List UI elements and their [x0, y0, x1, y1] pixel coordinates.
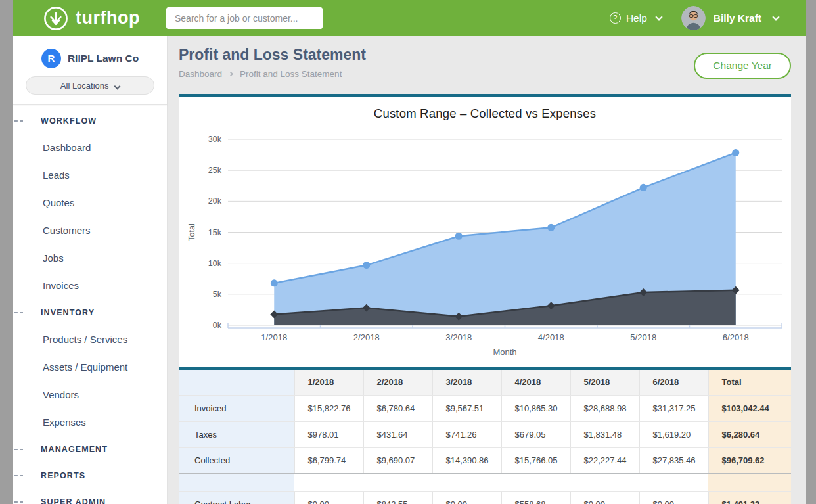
sidebar-section-workflow[interactable]: WORKFLOW [13, 108, 167, 134]
table-cell: $0.00 [432, 491, 501, 504]
column-header: 1/2018 [294, 370, 363, 395]
column-header: 4/2018 [501, 370, 570, 395]
help-label: Help [626, 12, 647, 24]
svg-text:Total: Total [187, 223, 196, 241]
column-header: 2/2018 [363, 370, 432, 395]
right-gutter [806, 0, 816, 504]
table-cell: $741.26 [432, 421, 501, 447]
sidebar-item-expenses[interactable]: Expenses [13, 409, 167, 436]
sidebar-item-customers[interactable]: Customers [13, 217, 167, 244]
sidebar-section-management[interactable]: MANAGEMENT [13, 436, 167, 463]
topbar-right-group: ? Help [610, 6, 779, 30]
table-cell: $431.64 [363, 421, 432, 447]
brand-name: turfhop [76, 8, 140, 28]
svg-text:6/2018: 6/2018 [723, 332, 749, 342]
sidebar-item-quotes[interactable]: Quotes [13, 189, 167, 217]
user-menu[interactable]: Billy Kraft [681, 6, 779, 30]
dashes-icon [14, 475, 23, 476]
table-cell: $9,690.07 [363, 447, 432, 474]
dashes-icon [14, 449, 23, 450]
table-cell [179, 474, 294, 491]
sidebar-item-products-services[interactable]: Products / Services [13, 326, 167, 354]
svg-text:15k: 15k [208, 228, 222, 237]
sidebar-item-leads[interactable]: Leads [13, 162, 167, 189]
svg-text:Month: Month [493, 347, 516, 357]
row-label: Taxes [179, 421, 294, 447]
table-cell: $27,835.46 [639, 447, 708, 474]
row-total-cell: $103,042.44 [708, 395, 791, 421]
dashes-icon [14, 120, 23, 122]
main-content: Profit and Loss Statement Dashboard Prof… [168, 36, 806, 504]
locations-label: All Locations [60, 81, 109, 91]
table-row-collected: Collected$6,799.74$9,690.07$14,390.86$15… [179, 447, 791, 474]
table-cell: $1,831.48 [570, 421, 639, 447]
sidebar-item-assets-equipment[interactable]: Assets / Equipment [13, 354, 167, 381]
column-header: 3/2018 [432, 370, 501, 395]
table-cell: $6,780.64 [363, 395, 432, 421]
locations-dropdown[interactable]: All Locations [26, 76, 154, 95]
sidebar-item-jobs[interactable]: Jobs [13, 244, 167, 272]
chevron-right-icon [229, 71, 233, 76]
sidebar-nav: WORKFLOWDashboardLeadsQuotesCustomersJob… [13, 105, 167, 504]
help-menu[interactable]: ? Help [610, 12, 662, 24]
table-cell: $14,390.86 [432, 447, 501, 474]
dashes-icon [14, 501, 23, 503]
avatar [681, 6, 706, 30]
svg-text:2/2018: 2/2018 [353, 332, 380, 342]
table-cell [294, 474, 708, 491]
help-icon: ? [610, 12, 621, 24]
dashes-icon [14, 312, 23, 313]
row-total-cell: $96,709.62 [708, 447, 791, 474]
svg-text:5/2018: 5/2018 [630, 332, 656, 342]
table-row-taxes: Taxes$978.01$431.64$741.26$679.05$1,831.… [179, 421, 791, 447]
svg-text:0k: 0k [213, 321, 222, 330]
pl-table-head-row: 1/20182/20183/20184/20185/20186/2018Tota… [179, 370, 791, 395]
left-gutter [0, 0, 13, 504]
sidebar-section-inventory[interactable]: INVENTORY [13, 300, 167, 326]
svg-text:30k: 30k [208, 135, 222, 144]
sidebar-item-vendors[interactable]: Vendors [13, 381, 167, 409]
brand-logo[interactable]: turfhop [43, 5, 140, 32]
svg-text:1/2018: 1/2018 [261, 332, 287, 342]
search-input[interactable] [166, 7, 323, 29]
company-row: R RIIPL Lawn Co [13, 36, 167, 70]
svg-text:3/2018: 3/2018 [445, 332, 472, 342]
row-label: Contract Labor [179, 491, 294, 504]
table-cell: $978.01 [294, 421, 363, 447]
page-title: Profit and Loss Statement [179, 46, 366, 64]
table-cell: $0.00 [570, 491, 639, 504]
row-label: Collected [179, 447, 294, 474]
table-row-invoiced: Invoiced$15,822.76$6,780.64$9,567.51$10,… [179, 395, 791, 421]
table-cell: $10,865.30 [501, 395, 570, 421]
table-row-contract-labor: Contract Labor$0.00$842.55$0.00$558.68$0… [179, 491, 791, 504]
page-header: Profit and Loss Statement Dashboard Prof… [179, 36, 791, 94]
pl-chart-svg: 0k5k10k15k20k25k30k1/20182/20183/20184/2… [179, 126, 789, 357]
column-header: 5/2018 [570, 370, 639, 395]
sidebar-section-reports[interactable]: REPORTS [13, 463, 167, 489]
chevron-down-icon [772, 13, 779, 20]
svg-text:4/2018: 4/2018 [538, 332, 564, 342]
change-year-button[interactable]: Change Year [694, 53, 791, 79]
turfhop-grass-icon [43, 5, 69, 32]
table-cell: $22,227.44 [570, 447, 639, 474]
sidebar-item-invoices[interactable]: Invoices [13, 272, 167, 300]
table-cell: $15,822.76 [294, 395, 363, 421]
table-cell: $6,799.74 [294, 447, 363, 474]
table-cell: $15,766.05 [501, 447, 570, 474]
column-header: 6/2018 [639, 370, 708, 395]
chart-title: Custom Range – Collected vs Expenses [179, 97, 791, 125]
table-cell: $0.00 [294, 491, 363, 504]
top-nav-bar: turfhop ? Help [13, 0, 806, 36]
breadcrumb-current: Profit and Loss Statement [240, 69, 342, 79]
row-total-cell: $6,280.64 [708, 421, 791, 447]
sidebar: R RIIPL Lawn Co All Locations WORKFLOWDa… [13, 36, 168, 504]
user-name: Billy Kraft [714, 12, 761, 24]
breadcrumb-dashboard[interactable]: Dashboard [179, 69, 222, 79]
table-spacer-row [179, 474, 791, 491]
svg-text:25k: 25k [208, 166, 222, 175]
table-cell: $842.55 [363, 491, 432, 504]
column-header: Total [708, 370, 791, 395]
sidebar-item-dashboard[interactable]: Dashboard [13, 134, 167, 162]
svg-text:10k: 10k [208, 259, 222, 268]
sidebar-section-super-admin[interactable]: SUPER ADMIN [13, 489, 167, 504]
